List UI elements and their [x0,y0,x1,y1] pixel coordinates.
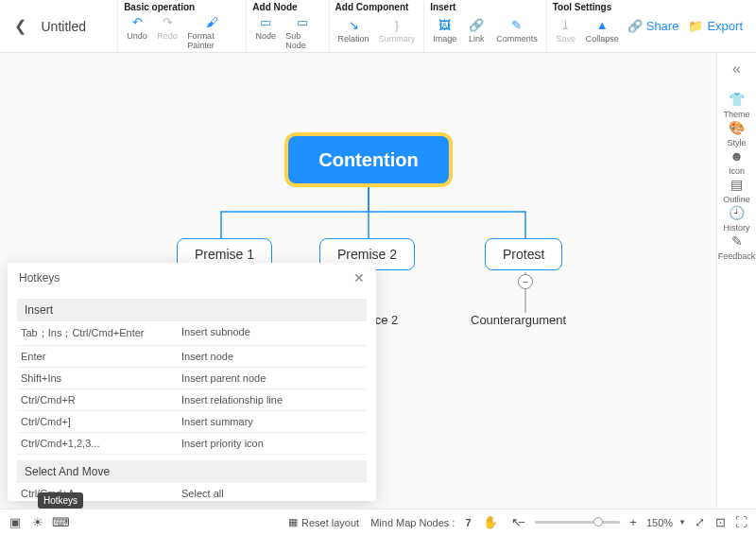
tool-label: Redo [157,31,178,41]
hotkey-desc: Insert subnode [181,326,250,340]
hotkey-key: Tab；Ins；Ctrl/Cmd+Enter [21,326,181,340]
tool-label: Comments [496,34,538,43]
panel-style[interactable]: 🎨Style [718,119,756,147]
share-icon: 🔗 [627,19,643,33]
hotkey-desc: Insert relationship line [181,394,283,406]
daynight-icon[interactable]: ☀ [30,515,45,530]
keyboard-icon[interactable]: ⌨ [53,515,68,530]
hotkey-desc: Insert node [181,351,233,362]
tool-group-basic-operation: Basic operation↶Undo↷Redo🖌Format Painter [117,0,246,52]
comments-button[interactable]: ✎Comments [493,15,541,45]
tool-group-add-component: Add Component↘Relation}Summary [329,0,424,52]
panel-label: Icon [729,166,745,176]
feedback-icon: ✎ [728,233,747,250]
hotkey-row: Tab；Ins；Ctrl/Cmd+EnterInsert subnode [17,321,367,346]
panel-collapse-icon[interactable]: « [732,60,741,78]
style-icon: 🎨 [728,119,747,136]
theme-icon: 👕 [728,91,747,108]
root-node[interactable]: Contention [288,136,449,183]
collapse-toggle[interactable]: − [518,274,533,289]
relation-button[interactable]: ↘Relation [335,15,372,45]
summary-icon: } [389,17,404,32]
hotkey-key: Ctrl/Cmd+] [21,416,181,427]
tool-label: Image [433,34,456,43]
document-title[interactable]: Untitled [33,0,117,52]
hotkeys-panel: Hotkeys ✕ InsertTab；Ins；Ctrl/Cmd+EnterIn… [8,263,376,501]
hotkey-key: Enter [21,351,181,362]
tool-label: Link [469,34,485,43]
right-side-panel: « 👕Theme🎨Style☻Icon▤Outline🕘History✎Feed… [716,53,756,509]
tool-group-label: Basic operation [124,2,240,12]
hotkeys-title: Hotkeys [19,271,60,285]
export-icon: 📁 [688,19,703,33]
fullscreen-icon[interactable]: ⛶ [733,515,748,530]
image-button[interactable]: 🖼Image [430,15,459,45]
tool-group-label: Add Component [335,2,419,15]
tool-label: Save [556,34,576,43]
tool-label: Collapse [586,34,619,43]
hotkey-desc: Insert parent node [181,372,266,384]
history-icon: 🕘 [728,204,747,221]
panel-icon[interactable]: ☻Icon [718,147,756,176]
layout-icon: ▦ [288,516,298,528]
zoom-dropdown-icon[interactable]: ▼ [679,518,686,526]
tool-label: Undo [127,31,147,41]
undo-button[interactable]: ↶Undo [124,12,150,52]
hotkey-row: Ctrl/Cmd+1,2,3...Insert priority icon [17,433,367,455]
node-protest[interactable]: Protest [485,238,562,270]
panel-feedback[interactable]: ✎Feedback [718,233,756,261]
panel-outline[interactable]: ▤Outline [718,176,756,204]
fit-screen-icon[interactable]: ⤢ [692,515,707,530]
panel-label: Outline [723,195,750,204]
zoom-slider[interactable] [535,521,620,524]
undo-icon: ↶ [129,14,145,29]
outline-icon: ▤ [728,176,747,193]
hotkey-row: Ctrl/Cmd+RInsert relationship line [17,389,367,411]
hotkey-section-header: Insert [17,299,367,321]
zoom-in-button[interactable]: + [626,515,641,530]
hand-pan-icon[interactable]: ✋ [483,515,498,530]
relation-icon: ↘ [346,17,361,32]
leaf-counterargument[interactable]: Counterargument [471,313,566,327]
tool-group-label: Add Node [252,2,322,12]
link-button[interactable]: 🔗Link [463,15,490,45]
presentation-icon[interactable]: ▣ [8,515,23,530]
panel-label: Theme [723,110,749,119]
back-button[interactable]: ❮ [8,0,33,52]
node-button[interactable]: ▭Node [252,12,279,52]
hotkey-row: Ctrl/Cmd+]Insert summary [17,411,367,433]
zoom-thumb[interactable] [593,517,603,526]
redo-button: ↷Redo [154,12,180,52]
tool-label: Format Painter [187,31,237,50]
hotkey-desc: Insert priority icon [181,438,264,449]
panel-theme[interactable]: 👕Theme [718,91,756,119]
hotkey-desc: Select all [181,488,224,499]
tool-label: Relation [338,34,369,43]
tool-group-insert: Insert🖼Image🔗Link✎Comments [423,0,546,52]
panel-label: Feedback [718,251,756,261]
zoom-out-button[interactable]: − [514,515,529,530]
reset-layout-button[interactable]: ▦Reset layout [288,516,359,528]
panel-label: History [723,223,749,233]
hotkey-desc: Insert summary [181,416,253,427]
link-icon: 🔗 [469,17,484,32]
tool-label: Node [256,31,277,41]
save-button: ⤓Save [553,15,579,45]
panel-label: Style [727,138,746,147]
tool-label: Summary [379,34,416,43]
subnode-icon: ▭ [295,14,310,29]
subnode-button[interactable]: ▭Sub Node [283,12,322,52]
redo-icon: ↷ [160,14,175,29]
collapse-button[interactable]: ▲Collapse [583,15,622,45]
export-button[interactable]: 📁Export [688,19,743,33]
collapse-icon: ▲ [594,17,610,32]
close-icon[interactable]: ✕ [353,270,365,285]
panel-history[interactable]: 🕘History [718,204,756,233]
format-painter-icon: 🖌 [205,14,220,29]
share-button[interactable]: 🔗Share [627,19,679,33]
zoom-value: 150% [646,517,673,528]
format-painter-button[interactable]: 🖌Format Painter [184,12,240,52]
center-icon[interactable]: ⊡ [713,515,728,530]
tool-group-add-node: Add Node▭Node▭Sub Node [246,0,328,52]
hotkeys-body[interactable]: InsertTab；Ins；Ctrl/Cmd+EnterInsert subno… [8,293,376,501]
